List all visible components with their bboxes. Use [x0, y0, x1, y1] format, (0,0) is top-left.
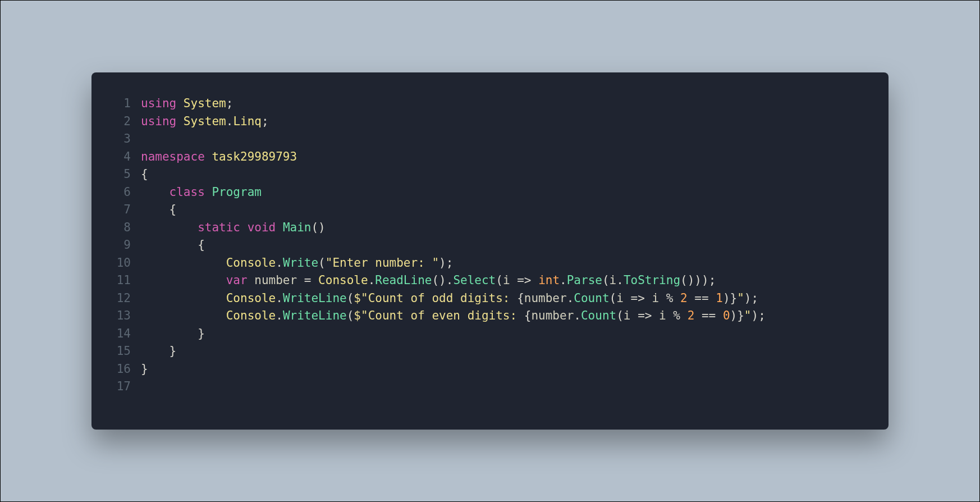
token-punc: ( [318, 256, 326, 270]
token-type: ToString [624, 273, 680, 287]
token-var: i [503, 273, 517, 287]
token-punc: ); [744, 291, 758, 305]
token-type: Parse [567, 273, 602, 287]
token-num: 0 [723, 309, 730, 322]
token-var: number [531, 309, 574, 322]
token-op: => [630, 291, 652, 305]
token-punc: . [276, 309, 283, 322]
code-content: } [141, 360, 148, 378]
token-type: Main [283, 221, 312, 234]
token-punc: { [141, 203, 176, 216]
code-content [141, 130, 148, 148]
code-line: 7 { [103, 201, 872, 219]
code-line: 14 } [103, 325, 872, 343]
token-var: i [616, 291, 630, 305]
token-type: Count [581, 309, 616, 322]
token-ns: task29989793 [212, 150, 297, 163]
line-number: 15 [103, 343, 141, 360]
line-number: 2 [103, 113, 141, 131]
token-type: Select [453, 273, 496, 287]
token-ns: Console [226, 256, 276, 270]
line-number: 14 [103, 325, 141, 343]
token-punc: ( [496, 273, 503, 287]
token-punc: ())); [680, 273, 716, 287]
code-content: namespace task29989793 [141, 148, 297, 166]
token-var: i [652, 291, 666, 305]
token-punc: . [226, 115, 233, 128]
token-type: Program [212, 185, 262, 199]
token-type: ReadLine [375, 273, 432, 287]
code-content: using System; [141, 95, 233, 113]
line-number: 5 [103, 166, 141, 184]
token-punc: } [141, 327, 205, 340]
token-punc: ( [616, 309, 624, 322]
code-line: 13 Console.WriteLine($"Count of even dig… [103, 307, 872, 325]
token-punc: ); [752, 309, 766, 322]
token-punc: )} [730, 309, 744, 322]
token-punc: . [560, 273, 567, 287]
line-number: 17 [103, 378, 141, 396]
code-content: static void Main() [141, 219, 326, 237]
code-line: 1using System; [103, 95, 872, 113]
token-punc: . [276, 256, 283, 270]
token-var: i [659, 309, 673, 322]
token-ns: Linq [233, 115, 262, 128]
line-number: 9 [103, 236, 141, 254]
token-str: " [744, 309, 752, 322]
token-var: i [624, 309, 638, 322]
line-number: 16 [103, 360, 141, 378]
token-str: $"Count of even digits: [354, 309, 524, 322]
line-number: 4 [103, 148, 141, 166]
token-ns: Console [226, 309, 276, 322]
token-type: WriteLine [283, 291, 347, 305]
code-line: 9 { [103, 236, 872, 254]
token-punc: (). [432, 273, 453, 287]
token-punc [141, 221, 198, 234]
token-punc: } [141, 362, 148, 376]
token-ns: System [184, 115, 226, 128]
code-line: 16} [103, 360, 872, 378]
code-line: 4namespace task29989793 [103, 148, 872, 166]
code-content: class Program [141, 184, 262, 202]
line-number: 8 [103, 219, 141, 237]
token-punc: . [574, 309, 581, 322]
line-number: 13 [103, 307, 141, 325]
token-punc: ( [347, 309, 354, 322]
token-type: Write [283, 256, 318, 270]
token-type: Count [574, 291, 609, 305]
token-punc: ( [347, 291, 354, 305]
token-op: % [666, 291, 680, 305]
token-kw: using [141, 115, 184, 128]
token-punc: () [311, 221, 325, 234]
code-content [141, 378, 148, 396]
token-kw: static [198, 221, 248, 234]
code-content: } [141, 343, 176, 360]
line-number: 11 [103, 272, 141, 290]
token-op: == [688, 291, 716, 305]
code-content: using System.Linq; [141, 113, 269, 131]
token-punc [141, 256, 226, 270]
token-punc: ; [226, 97, 233, 110]
token-punc: { [141, 167, 148, 181]
token-op: % [673, 309, 687, 322]
code-line: 15 } [103, 343, 872, 360]
token-var: number [254, 273, 304, 287]
code-line: 6 class Program [103, 184, 872, 202]
code-line: 5{ [103, 166, 872, 184]
token-str: "Enter number: " [326, 256, 439, 270]
token-ns: System [184, 97, 226, 110]
token-op: => [638, 309, 659, 322]
code-line: 17 [103, 378, 872, 396]
token-punc: { [141, 238, 205, 252]
token-punc [141, 309, 226, 322]
token-ns: Console [226, 291, 276, 305]
token-punc: { [524, 309, 532, 322]
code-line: 12 Console.WriteLine($"Count of odd digi… [103, 290, 872, 308]
code-line: 2using System.Linq; [103, 113, 872, 131]
code-content: { [141, 236, 205, 254]
code-line: 3 [103, 130, 872, 148]
token-op: => [517, 273, 538, 287]
line-number: 6 [103, 184, 141, 202]
token-type: WriteLine [283, 309, 347, 322]
code-content: { [141, 166, 148, 184]
